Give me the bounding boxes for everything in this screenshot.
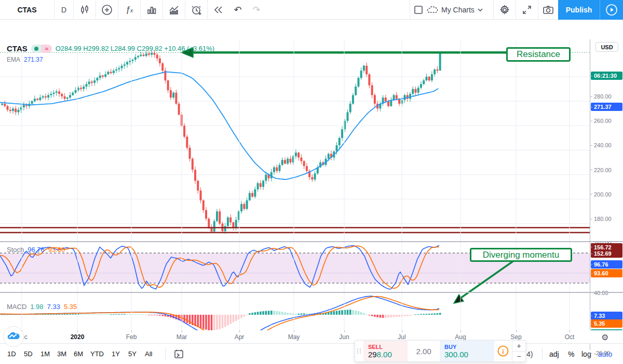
diverging-momentum-label[interactable]: Diverging momentu [470, 248, 572, 262]
percent-toggle[interactable]: % [568, 344, 574, 364]
range-button-3m[interactable]: 3M [57, 344, 66, 364]
time-axis-label: Aug [455, 333, 466, 341]
macd-label: MACD [7, 303, 26, 311]
settings-button[interactable] [494, 0, 516, 20]
time-axis[interactable]: Dec2020FebMarAprMayJunJulAugSepOct [0, 330, 623, 344]
fullscreen-button[interactable] [516, 0, 538, 20]
snapshot-button[interactable] [538, 0, 558, 20]
interval-button[interactable]: D [55, 0, 73, 20]
stoch-label: Stoch [7, 246, 24, 254]
price-tick-label: 220.00 [594, 167, 612, 173]
range-button-6m[interactable]: 6M [74, 344, 83, 364]
bar-chart-icon [146, 5, 157, 15]
range-button-ytd[interactable]: YTD [90, 344, 104, 364]
redo-button[interactable]: ↷ [247, 0, 266, 20]
time-axis-label: Apr [235, 333, 245, 341]
goto-date-button[interactable] [169, 344, 188, 364]
logo-icon [7, 332, 20, 341]
cloud-icon [427, 6, 438, 14]
play-button[interactable] [600, 0, 623, 20]
resistance-label[interactable]: Resistance [506, 47, 571, 62]
market-status-pill[interactable]: ≈ [31, 45, 52, 53]
macd-hist-value: 1.98 [30, 303, 43, 311]
ema-legend[interactable]: EMA 271.37 [7, 56, 43, 63]
trade-info-button[interactable]: i [494, 341, 512, 361]
replay-button[interactable] [208, 0, 228, 20]
buy-button[interactable]: BUY 300.00 [440, 341, 494, 361]
macd-legend[interactable]: MACD 1.98 7.33 5.35 [7, 303, 77, 311]
macd-line-badge: 7.33 [591, 312, 622, 320]
trade-panel[interactable]: SELL 298.00 2.00 BUY 300.00 i + − [355, 340, 526, 362]
trading-app: CTAS D ƒx ↶ ↷ [0, 0, 623, 364]
timezone-partial-text[interactable]: 4) [526, 344, 533, 364]
sell-price: 298.00 [368, 350, 403, 359]
time-axis-label: Feb [126, 333, 137, 341]
legend-symbol: CTAS [7, 44, 28, 53]
publish-button[interactable]: Publish [558, 0, 600, 20]
quantity-stepper[interactable]: + − [512, 341, 525, 361]
range-button-all[interactable]: All [145, 344, 152, 364]
chart-type-button[interactable] [74, 0, 96, 20]
stepper-minus-icon[interactable]: − [512, 352, 525, 362]
time-axis-label: Oct [565, 333, 575, 341]
price-tick-label: 260.00 [594, 118, 612, 124]
svg-text:i: i [503, 348, 505, 355]
time-axis-label: Mar [177, 333, 187, 341]
price-tick-label: 200.00 [594, 191, 612, 198]
drag-handle[interactable] [355, 341, 363, 361]
ohlc-values: O284.99 H299.82 L284.99 C299.82 +10.46 (… [56, 45, 214, 52]
chart-region[interactable]: CTAS ≈ O284.99 H299.82 L284.99 C299.82 +… [0, 20, 623, 344]
forecast-button[interactable] [163, 0, 185, 20]
macd-signal-value: 5.35 [64, 303, 77, 311]
delayed-data-icon: ≈ [42, 45, 52, 53]
alert-button[interactable] [185, 0, 207, 20]
layout-square-icon [414, 5, 423, 15]
redo-icon: ↷ [252, 4, 260, 16]
buy-price: 300.00 [444, 350, 490, 359]
rewind-icon [213, 5, 223, 15]
settings-gear-icon [499, 5, 510, 15]
stoch-k-value: 96.76 [28, 246, 45, 254]
buy-label: BUY [444, 344, 490, 350]
candlestick-icon [79, 5, 90, 15]
top-toolbar: CTAS D ƒx ↶ ↷ [0, 0, 623, 20]
currency-button[interactable]: USD [595, 42, 618, 52]
range-button-1y[interactable]: 1Y [112, 344, 120, 364]
time-axis-label: May [288, 333, 300, 341]
my-charts-button[interactable]: My Charts [427, 0, 492, 20]
countdown-badge: 06:21:30 [591, 72, 622, 80]
stepper-plus-icon[interactable]: + [512, 341, 525, 352]
goto-date-icon [174, 349, 184, 359]
range-button-5y[interactable]: 5Y [128, 344, 137, 364]
pane-separator[interactable] [0, 241, 623, 242]
sell-button[interactable]: SELL 298.00 [363, 341, 408, 361]
compare-button[interactable] [96, 0, 118, 20]
fx-indicators-icon: ƒx [126, 5, 133, 15]
play-circle-icon [605, 4, 618, 16]
price-tick-label: 280.00 [594, 93, 612, 100]
chart-canvas[interactable] [0, 39, 590, 350]
macd-signal-badge: 5.35 [591, 319, 622, 328]
templates-button[interactable] [141, 0, 162, 20]
drag-dots-icon [357, 348, 361, 354]
time-axis-label: Jul [398, 333, 405, 341]
stoch-legend[interactable]: Stoch 96.76 93.60 [7, 246, 65, 254]
data-status-icon [31, 45, 42, 53]
tradingview-logo[interactable] [3, 326, 24, 347]
symbol-search-button[interactable]: CTAS [0, 0, 54, 20]
price-axis[interactable]: USD 06:21:30280.00260.00240.00220.00200.… [590, 39, 623, 350]
adjust-toggle[interactable]: adj [549, 344, 559, 364]
camera-icon [543, 5, 553, 15]
range-button-1m[interactable]: 1M [40, 344, 50, 364]
macd-tick-label: -20.00 [594, 350, 610, 356]
time-axis-label: Jun [339, 333, 349, 341]
axis-settings-gear-icon[interactable]: ⚙ [601, 332, 608, 342]
alarm-clock-icon [191, 5, 202, 16]
symbol-legend[interactable]: CTAS ≈ O284.99 H299.82 L284.99 C299.82 +… [7, 44, 214, 53]
indicators-button[interactable]: ƒx [118, 0, 140, 20]
range-button-5d[interactable]: 5D [24, 344, 33, 364]
undo-button[interactable]: ↶ [228, 0, 247, 20]
pane-separator[interactable] [0, 292, 623, 293]
layout-button[interactable] [410, 0, 427, 20]
time-axis-label: 2020 [71, 333, 85, 341]
